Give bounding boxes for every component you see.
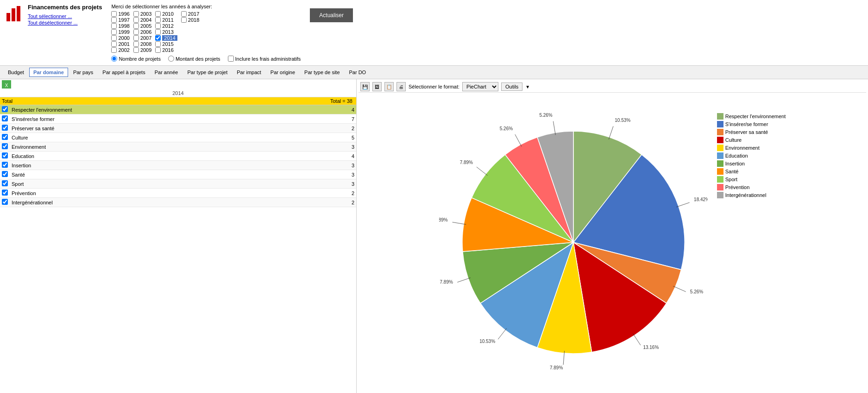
legend-label-2: Préserver sa santé (725, 129, 768, 135)
table-row: Environnement 3 (0, 142, 356, 152)
deselect-all-link[interactable]: Tout désélectionner ... (28, 20, 102, 25)
row-value: 2 (347, 189, 356, 198)
tab-par-domaine[interactable]: Par domaine (29, 68, 68, 77)
legend-label-4: Environnement (725, 145, 760, 151)
row-name: Santé (10, 170, 347, 179)
refresh-button[interactable]: Actualiser (310, 8, 353, 22)
toolbar-image-icon[interactable]: 🖼 (372, 82, 382, 91)
radio-montant-projets[interactable] (168, 56, 174, 62)
year-2017-checkbox[interactable] (181, 11, 187, 17)
legend-label-0: Respecter l'environnement (725, 114, 786, 119)
pie-label-text-5: 10.53% (479, 339, 495, 344)
legend-color-8 (717, 176, 723, 183)
row-name: Environnement (10, 142, 347, 152)
tab-budget[interactable]: Budget (4, 68, 28, 77)
years-container: 1996 1997 1998 1999 2000 2001 2002 2003 … (111, 11, 301, 53)
year-2009-checkbox[interactable] (133, 47, 139, 53)
year-col-2: 2010 2011 2012 2013 2014 2015 2016 (155, 11, 177, 53)
year-2007-checkbox[interactable] (133, 35, 139, 41)
pie-label-line-3 (633, 333, 640, 345)
legend-label-3: Culture (725, 137, 742, 143)
chart-toolbar: 💾 🖼 📋 🖨 Sélectionner le format: PieChart… (359, 81, 866, 93)
year-2002-checkbox[interactable] (111, 47, 117, 53)
svg-rect-0 (6, 13, 10, 21)
year-2011-checkbox[interactable] (155, 17, 161, 23)
tab-par-type-projet[interactable]: Par type de projet (183, 68, 232, 77)
row-checkbox-6[interactable] (2, 162, 8, 168)
year-1998-checkbox[interactable] (111, 23, 117, 29)
year-2000-checkbox[interactable] (111, 35, 117, 41)
year-1997-checkbox[interactable] (111, 17, 117, 23)
row-name: Insertion (10, 161, 347, 170)
row-value: 7 (347, 114, 356, 124)
nav-tabs: Budget Par domaine Par pays Par appel à … (0, 66, 868, 79)
year-2018-checkbox[interactable] (181, 17, 187, 23)
pie-label-text-9: 5.26% (499, 126, 512, 131)
row-checkbox-cell (0, 179, 10, 189)
row-name: Culture (10, 133, 347, 142)
row-checkbox-3[interactable] (2, 134, 8, 140)
row-checkbox-1[interactable] (2, 115, 8, 121)
toolbar-print-icon[interactable]: 🖨 (396, 82, 406, 91)
export-icon[interactable]: X (2, 80, 11, 89)
top-section: Financements des projets Tout sélectionn… (0, 0, 868, 66)
year-2003-checkbox[interactable] (133, 11, 139, 17)
year-1999-checkbox[interactable] (111, 29, 117, 35)
pie-label-text-8: 7.89% (459, 160, 472, 165)
tools-button[interactable]: Outils (501, 82, 522, 91)
row-value: 2 (347, 198, 356, 207)
year-2016-checkbox[interactable] (155, 47, 161, 53)
row-checkbox-10[interactable] (2, 199, 8, 205)
row-checkbox-7[interactable] (2, 171, 8, 177)
row-checkbox-5[interactable] (2, 152, 8, 158)
year-2010-checkbox[interactable] (155, 11, 161, 17)
legend-item-9: Prévention (717, 184, 786, 190)
year-2004-checkbox[interactable] (133, 17, 139, 23)
year-2008-checkbox[interactable] (133, 41, 139, 47)
tab-par-appel-projets[interactable]: Par appel à projets (98, 68, 149, 77)
table-row: Education 4 (0, 152, 356, 161)
year-2013-checkbox[interactable] (155, 29, 161, 35)
legend-color-9 (717, 184, 723, 190)
total-row: Total Total = 38 (0, 97, 356, 105)
frais-admin-checkbox[interactable] (228, 56, 234, 62)
table-year-header: 2014 (0, 89, 356, 97)
year-2012-checkbox[interactable] (155, 23, 161, 29)
tab-par-do[interactable]: Par DO (345, 68, 371, 77)
select-all-link[interactable]: Tout sélectionner ... (28, 13, 102, 19)
total-label: Total (2, 98, 13, 104)
year-2001-checkbox[interactable] (111, 41, 117, 47)
legend-color-0 (717, 113, 723, 120)
bar-chart-icon (6, 4, 24, 22)
pie-chart-wrapper: 10.53%18.42%5.26%13.16%7.89%10.53%7.89%7… (439, 108, 708, 378)
tab-par-annee[interactable]: Par année (151, 68, 182, 77)
legend-item-2: Préserver sa santé (717, 129, 786, 135)
row-checkbox-0[interactable] (2, 106, 8, 112)
row-checkbox-8[interactable] (2, 180, 8, 186)
table-row: Insertion 3 (0, 161, 356, 170)
year-2014-checkbox[interactable] (155, 35, 161, 41)
legend-label-10: Intergénérationnel (725, 192, 767, 198)
tab-par-pays[interactable]: Par pays (69, 68, 97, 77)
pie-label-line-8 (477, 167, 488, 175)
tab-par-impact[interactable]: Par impact (233, 68, 265, 77)
toolbar-save-icon[interactable]: 💾 (360, 82, 370, 91)
tab-par-origine[interactable]: Par origine (266, 68, 299, 77)
row-checkbox-4[interactable] (2, 143, 8, 149)
year-2006-checkbox[interactable] (133, 29, 139, 35)
chart-content: 10.53%18.42%5.26%13.16%7.89%10.53%7.89%7… (359, 95, 866, 391)
year-2015-checkbox[interactable] (155, 41, 161, 47)
legend-color-3 (717, 137, 723, 143)
tab-par-type-site[interactable]: Par type de site (300, 68, 344, 77)
row-checkbox-2[interactable] (2, 125, 8, 131)
year-1996-checkbox[interactable] (111, 11, 117, 17)
radio-nombre-projets[interactable] (111, 56, 117, 62)
main-container: Financements des projets Tout sélectionn… (0, 0, 868, 393)
toolbar-copy-icon[interactable]: 📋 (384, 82, 394, 91)
legend-color-5 (717, 152, 723, 159)
legend-color-10 (717, 192, 723, 198)
row-checkbox-9[interactable] (2, 190, 8, 196)
format-select[interactable]: PieChart BarChart LineChart (462, 82, 498, 91)
legend-item-6: Insertion (717, 160, 786, 167)
year-2005-checkbox[interactable] (133, 23, 139, 29)
